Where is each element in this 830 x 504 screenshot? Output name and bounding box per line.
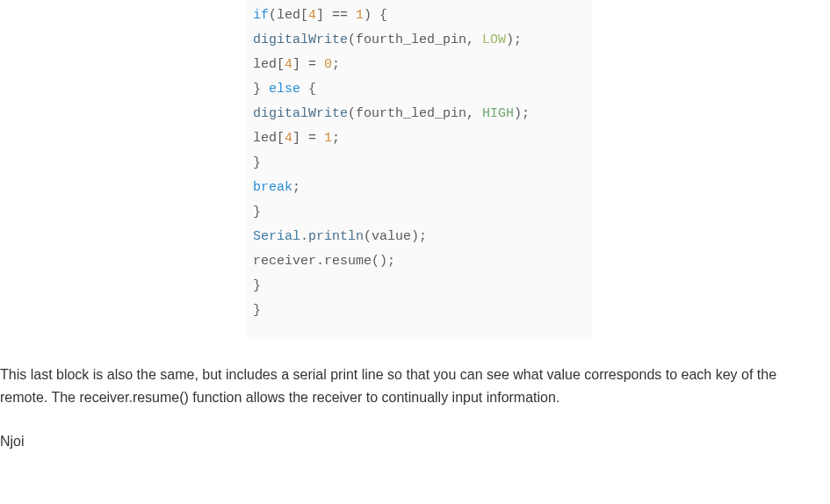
signoff-text: Njoi [0,430,830,453]
code-line-1: if(led[4] == 1) { [246,4,593,28]
code-number: 1 [324,131,332,146]
code-line-5: digitalWrite(fourth_led_pin, HIGH); [246,102,593,126]
code-text: (fourth_led_pin, [348,106,482,121]
code-text: } [253,278,261,293]
code-text: ] == [316,8,356,23]
code-text: } [253,205,261,220]
code-line-8: break; [246,176,593,200]
code-line-2: digitalWrite(fourth_led_pin, LOW); [246,28,593,53]
code-text: ] = [292,131,324,146]
code-text: . [300,229,308,244]
code-text: ] = [292,57,324,72]
code-const-low: LOW [482,32,506,47]
code-number: 1 [356,8,364,23]
code-line-6: led[4] = 1; [246,126,593,151]
code-fn-println: println [308,229,364,244]
code-number: 4 [285,131,292,146]
code-text: ; [292,180,300,195]
code-line-11: receiver.resume(); [246,249,593,274]
code-text: ) { [364,8,387,23]
code-line-4: } else { [246,77,593,102]
code-text: ; [332,57,340,72]
code-line-7: } [246,151,593,176]
code-fn-digitalwrite: digitalWrite [253,106,348,121]
code-number: 4 [285,57,292,72]
code-text: receiver.resume(); [253,254,395,269]
paragraph-explanation: This last block is also the same, but in… [0,364,830,409]
code-text: (value); [364,229,427,244]
code-text: (led[ [269,8,308,23]
code-text: ; [332,131,340,146]
code-text: } [253,155,261,170]
code-const-high: HIGH [482,106,514,121]
code-text: (fourth_led_pin, [348,32,482,47]
code-text: { [300,82,316,97]
code-text: led[ [253,131,285,146]
code-line-12: } [246,274,593,299]
code-line-13: } [246,299,593,323]
code-text: } [253,303,261,318]
keyword-break: break [253,180,292,195]
code-text: led[ [253,57,285,72]
code-fn-digitalwrite: digitalWrite [253,32,348,47]
code-line-9: } [246,200,593,225]
code-text: ); [506,32,522,47]
code-text: ); [514,106,530,121]
code-line-10: Serial.println(value); [246,225,593,249]
code-number: 0 [324,57,332,72]
keyword-else: else [269,82,300,97]
code-number: 4 [308,8,316,23]
code-text: } [253,82,269,97]
code-block: if(led[4] == 1) { digitalWrite(fourth_le… [246,0,593,339]
code-line-3: led[4] = 0; [246,53,593,77]
keyword-if: if [253,8,269,23]
code-obj-serial: Serial [253,229,300,244]
